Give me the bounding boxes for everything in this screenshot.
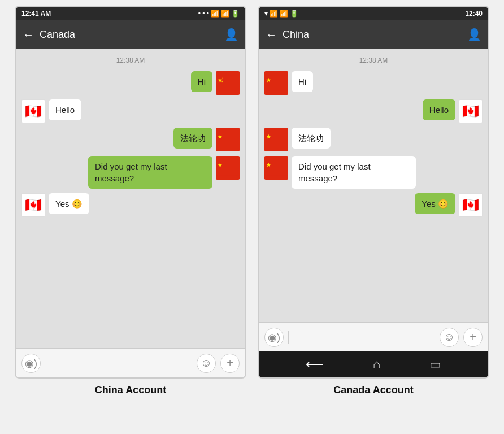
left-message-input[interactable] bbox=[45, 355, 192, 372]
right-emoji-icon: ☺ bbox=[444, 331, 455, 344]
left-phone-wrapper: 12:41 AM • • • 📶 📶 🔋 ← Canada 👤 12:38 AM bbox=[15, 6, 246, 396]
right-voice-button[interactable]: ◉) bbox=[264, 328, 284, 347]
left-plus-button[interactable]: + bbox=[220, 354, 240, 373]
left-status-bar: 12:41 AM • • • 📶 📶 🔋 bbox=[16, 7, 245, 20]
svg-rect-12 bbox=[265, 132, 288, 147]
left-msg-5-flag: 🇨🇦 bbox=[21, 193, 45, 217]
left-status-icons: • • • 📶 📶 🔋 bbox=[198, 10, 240, 18]
right-profile-icon[interactable]: 👤 bbox=[467, 28, 481, 41]
right-input-bar: ◉) ☺ + bbox=[259, 322, 488, 351]
left-msg-3-bubble: 法轮功 bbox=[173, 128, 212, 149]
left-msg-1-bubble: Hi bbox=[191, 71, 212, 92]
left-chat-header: ← Canada 👤 bbox=[16, 20, 245, 49]
right-phone: ▾ 📶 📶 🔋 12:40 ← China 👤 12:38 AM bbox=[258, 6, 489, 379]
right-msg-2-flag: 🇨🇦 bbox=[459, 99, 483, 123]
right-back-button[interactable]: ← bbox=[266, 28, 277, 41]
svg-rect-10 bbox=[265, 76, 288, 91]
right-msg-4-bubble: Did you get my last message? bbox=[292, 156, 416, 189]
signal-icon: 📶 bbox=[221, 10, 229, 18]
left-msg-2: 🇨🇦 Hello bbox=[21, 99, 240, 123]
svg-rect-8 bbox=[216, 160, 239, 176]
left-msg-3: 法轮功 bbox=[21, 128, 240, 151]
left-msg-2-bubble: Hello bbox=[49, 99, 81, 120]
left-back-button[interactable]: ← bbox=[23, 28, 34, 41]
phones-container: 12:41 AM • • • 📶 📶 🔋 ← Canada 👤 12:38 AM bbox=[0, 0, 504, 396]
right-status-bar: ▾ 📶 📶 🔋 12:40 bbox=[259, 7, 488, 20]
svg-rect-14 bbox=[265, 160, 288, 176]
right-emoji-button[interactable]: ☺ bbox=[440, 328, 459, 347]
right-signal-icon: ▾ bbox=[264, 10, 268, 18]
left-profile-icon[interactable]: 👤 bbox=[224, 28, 238, 41]
left-phone: 12:41 AM • • • 📶 📶 🔋 ← Canada 👤 12:38 AM bbox=[15, 6, 246, 379]
left-msg-4-bubble: Did you get my last message? bbox=[88, 156, 212, 189]
left-emoji-button[interactable]: ☺ bbox=[197, 354, 216, 373]
right-msg-2: 🇨🇦 Hello bbox=[264, 99, 483, 123]
right-msg-4: Did you get my last message? bbox=[264, 156, 483, 189]
left-timestamp: 12:38 AM bbox=[21, 57, 240, 64]
left-chat-body: 12:38 AM Hi bbox=[16, 49, 245, 348]
left-msg-1-flag bbox=[216, 71, 240, 95]
right-plus-icon: + bbox=[470, 331, 476, 344]
right-msg-1: Hi bbox=[264, 71, 483, 95]
svg-rect-6 bbox=[216, 132, 239, 147]
right-msg-3-flag bbox=[264, 128, 288, 151]
right-msg-5-bubble: Yes 😊 bbox=[415, 193, 455, 214]
right-chat-header: ← China 👤 bbox=[259, 20, 488, 49]
left-voice-button[interactable]: ◉) bbox=[21, 354, 41, 373]
right-msg-3-bubble: 法轮功 bbox=[292, 128, 331, 149]
right-msg-1-flag bbox=[264, 71, 288, 95]
left-msg-2-flag: 🇨🇦 bbox=[21, 99, 45, 123]
right-nav-bar: ⟵ ⌂ ▭ bbox=[259, 351, 488, 377]
right-chat-title: China bbox=[283, 29, 462, 41]
left-msg-4-flag bbox=[216, 156, 240, 180]
left-msg-3-flag bbox=[216, 128, 240, 151]
battery-icon: 🔋 bbox=[231, 10, 240, 18]
left-time: 12:41 AM bbox=[21, 10, 51, 18]
right-nav-home[interactable]: ⌂ bbox=[373, 357, 380, 372]
left-voice-icon: ◉) bbox=[25, 357, 37, 370]
right-caption: Canada Account bbox=[333, 384, 413, 396]
right-msg-2-bubble: Hello bbox=[423, 99, 455, 120]
signal-dots: • • • bbox=[198, 10, 209, 18]
right-signal2-icon: 📶 bbox=[280, 10, 288, 18]
right-nav-back[interactable]: ⟵ bbox=[306, 357, 324, 372]
left-msg-1: Hi bbox=[21, 71, 240, 95]
left-msg-5-bubble: Yes 😊 bbox=[49, 193, 89, 214]
right-msg-5-flag: 🇨🇦 bbox=[459, 193, 483, 217]
left-input-bar: ◉) ☺ + bbox=[16, 348, 245, 377]
right-msg-1-bubble: Hi bbox=[292, 71, 313, 92]
right-wifi-icon: 📶 bbox=[270, 10, 278, 18]
right-msg-5: 🇨🇦 Yes 😊 bbox=[264, 193, 483, 217]
right-phone-wrapper: ▾ 📶 📶 🔋 12:40 ← China 👤 12:38 AM bbox=[258, 6, 489, 396]
wifi-icon: 📶 bbox=[211, 10, 219, 18]
right-chat-body: 12:38 AM Hi 🇨🇦 Hello bbox=[259, 49, 488, 322]
right-plus-button[interactable]: + bbox=[463, 328, 483, 347]
left-caption: China Account bbox=[95, 384, 166, 396]
svg-rect-0 bbox=[216, 76, 239, 91]
right-time: 12:40 bbox=[465, 10, 483, 18]
left-msg-4: Did you get my last message? bbox=[21, 156, 240, 189]
right-nav-recent[interactable]: ▭ bbox=[429, 357, 441, 372]
right-input-divider bbox=[288, 331, 289, 344]
right-msg-4-flag bbox=[264, 156, 288, 180]
right-timestamp: 12:38 AM bbox=[264, 57, 483, 64]
left-chat-title: Canada bbox=[40, 29, 219, 41]
right-voice-icon: ◉) bbox=[268, 331, 280, 344]
right-msg-3: 法轮功 bbox=[264, 128, 483, 151]
left-msg-5: 🇨🇦 Yes 😊 bbox=[21, 193, 240, 217]
left-plus-icon: + bbox=[227, 357, 233, 370]
right-status-icons-left: ▾ 📶 📶 🔋 bbox=[264, 10, 298, 18]
right-battery-icon: 🔋 bbox=[290, 10, 298, 18]
left-emoji-icon: ☺ bbox=[201, 357, 212, 370]
right-message-input[interactable] bbox=[293, 329, 435, 346]
